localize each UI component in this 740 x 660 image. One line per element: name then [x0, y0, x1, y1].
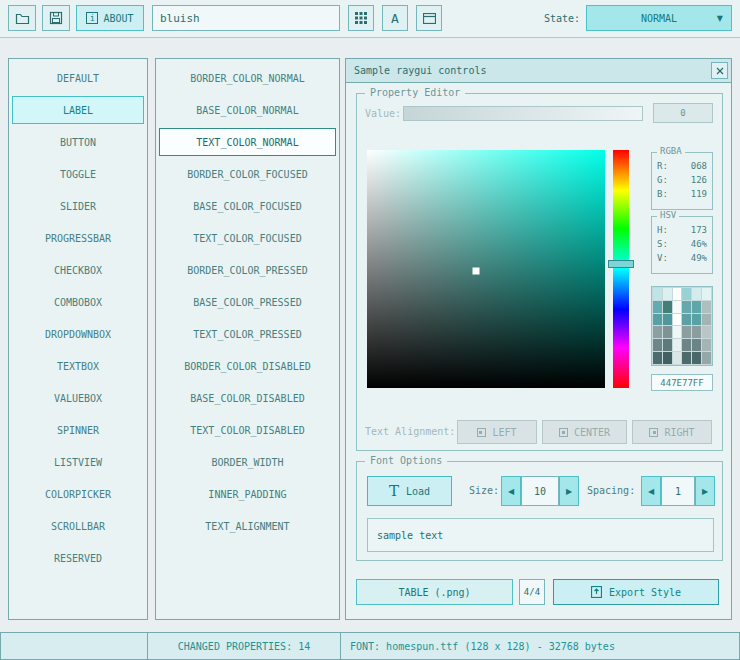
property-list-item[interactable]: TEXT_COLOR_DISABLED [159, 416, 336, 444]
palette-swatch[interactable] [702, 301, 711, 313]
palette-swatch[interactable] [653, 301, 662, 313]
palette-swatch[interactable] [673, 339, 682, 351]
property-list-item[interactable]: BORDER_COLOR_DISABLED [159, 352, 336, 380]
palette-swatch[interactable] [682, 288, 691, 300]
control-list-item[interactable]: TEXTBOX [12, 352, 144, 380]
palette-swatch[interactable] [682, 301, 691, 313]
palette-swatch[interactable] [692, 288, 701, 300]
window-titlebar[interactable]: Sample raygui controls [346, 59, 731, 83]
control-list-item[interactable]: SCROLLBAR [12, 512, 144, 540]
property-list-item[interactable]: TEXT_COLOR_NORMAL [159, 128, 336, 156]
window-close-button[interactable] [711, 62, 728, 79]
control-list-item[interactable]: TOGGLE [12, 160, 144, 188]
palette-swatch[interactable] [702, 314, 711, 326]
font-atlas-button[interactable]: A [382, 5, 408, 31]
palette-swatch[interactable] [663, 314, 672, 326]
palette-swatch[interactable] [682, 339, 691, 351]
control-list-item[interactable]: COLORPICKER [12, 480, 144, 508]
value-box[interactable]: 0 [653, 103, 713, 123]
palette-swatch[interactable] [653, 352, 662, 364]
palette-swatch[interactable] [673, 288, 682, 300]
control-list-item[interactable]: SPINNER [12, 416, 144, 444]
spacing-value-box[interactable]: 1 [661, 476, 695, 506]
palette-swatch[interactable] [653, 339, 662, 351]
palette-swatch[interactable] [663, 339, 672, 351]
palette-swatch[interactable] [702, 288, 711, 300]
align-right-button[interactable]: RIGHT [632, 420, 712, 444]
export-format-dropdown[interactable]: TABLE (.png) [356, 579, 513, 605]
palette-swatch[interactable] [673, 314, 682, 326]
property-list-item[interactable]: BORDER_WIDTH [159, 448, 336, 476]
palette-swatch[interactable] [702, 352, 711, 364]
control-list-item[interactable]: VALUEBOX [12, 384, 144, 412]
hue-slider-handle[interactable] [608, 260, 634, 268]
palette-swatch[interactable] [692, 326, 701, 338]
property-list-item[interactable]: TEXT_COLOR_PRESSED [159, 320, 336, 348]
about-button[interactable]: i ABOUT [76, 5, 144, 31]
palette-swatch[interactable] [653, 326, 662, 338]
palette-swatch[interactable] [682, 314, 691, 326]
align-center-button[interactable]: CENTER [542, 420, 627, 444]
palette-swatch[interactable] [682, 326, 691, 338]
palette-swatch[interactable] [702, 339, 711, 351]
palette-swatch[interactable] [673, 326, 682, 338]
property-list-item[interactable]: BASE_COLOR_DISABLED [159, 384, 336, 412]
palette-swatch[interactable] [702, 326, 711, 338]
control-list-item[interactable]: RESERVED [12, 544, 144, 572]
style-name-input[interactable] [152, 5, 340, 31]
b-value: 119 [691, 189, 707, 199]
palette-swatch[interactable] [692, 301, 701, 313]
style-table-button[interactable] [348, 5, 374, 31]
open-style-button[interactable] [8, 5, 36, 31]
palette-swatch[interactable] [692, 339, 701, 351]
control-list-item[interactable]: COMBOBOX [12, 288, 144, 316]
property-list-item[interactable]: BASE_COLOR_NORMAL [159, 96, 336, 124]
control-list-item[interactable]: BUTTON [12, 128, 144, 156]
palette-swatch[interactable] [663, 352, 672, 364]
control-list-item[interactable]: PROGRESSBAR [12, 224, 144, 252]
property-list-item[interactable]: INNER_PADDING [159, 480, 336, 508]
save-style-button[interactable] [42, 5, 70, 31]
property-list-item[interactable]: BORDER_COLOR_PRESSED [159, 256, 336, 284]
control-list-item[interactable]: DROPDOWNBOX [12, 320, 144, 348]
font-load-button[interactable]: T Load [367, 476, 452, 506]
hex-value-box[interactable]: 447E77FF [651, 374, 713, 391]
control-list-item[interactable]: CHECKBOX [12, 256, 144, 284]
hue-slider[interactable] [613, 150, 629, 388]
color-picker-cursor[interactable] [473, 268, 480, 275]
color-picker-panel[interactable] [367, 150, 605, 388]
control-list-item[interactable]: DEFAULT [12, 64, 144, 92]
property-list-item[interactable]: TEXT_ALIGNMENT [159, 512, 336, 540]
property-list-item[interactable]: BORDER_COLOR_NORMAL [159, 64, 336, 92]
spacing-increment-button[interactable]: ▶ [695, 476, 715, 506]
property-list-item[interactable]: TEXT_COLOR_FOCUSED [159, 224, 336, 252]
palette-swatch[interactable] [653, 314, 662, 326]
spacing-decrement-button[interactable]: ◀ [641, 476, 661, 506]
size-value-box[interactable]: 10 [521, 476, 559, 506]
palette-swatch[interactable] [663, 301, 672, 313]
size-decrement-button[interactable]: ◀ [501, 476, 521, 506]
align-left-button[interactable]: LEFT [457, 420, 537, 444]
sample-text-box[interactable]: sample text [367, 518, 714, 552]
font-options-group: Font Options T Load Size: ◀ 10 ▶ Spacing… [356, 461, 723, 561]
property-list-item[interactable]: BASE_COLOR_FOCUSED [159, 192, 336, 220]
palette-swatch[interactable] [653, 288, 662, 300]
palette-swatch[interactable] [663, 288, 672, 300]
palette-swatch[interactable] [692, 314, 701, 326]
palette-swatch[interactable] [673, 301, 682, 313]
control-list-item[interactable]: LABEL [12, 96, 144, 124]
property-list-item[interactable]: BASE_COLOR_PRESSED [159, 288, 336, 316]
control-list-item[interactable]: SLIDER [12, 192, 144, 220]
palette-swatch[interactable] [663, 326, 672, 338]
palette-swatch[interactable] [673, 352, 682, 364]
window-preview-button[interactable] [416, 5, 442, 31]
property-list-item[interactable]: BORDER_COLOR_FOCUSED [159, 160, 336, 188]
table-ratio-box[interactable]: 4/4 [519, 579, 545, 605]
size-increment-button[interactable]: ▶ [559, 476, 579, 506]
export-style-button[interactable]: Export Style [553, 579, 719, 605]
palette-swatch[interactable] [692, 352, 701, 364]
value-slider[interactable] [403, 106, 643, 121]
palette-swatch[interactable] [682, 352, 691, 364]
control-list-item[interactable]: LISTVIEW [12, 448, 144, 476]
state-dropdown[interactable]: NORMAL ▼ [586, 5, 732, 31]
